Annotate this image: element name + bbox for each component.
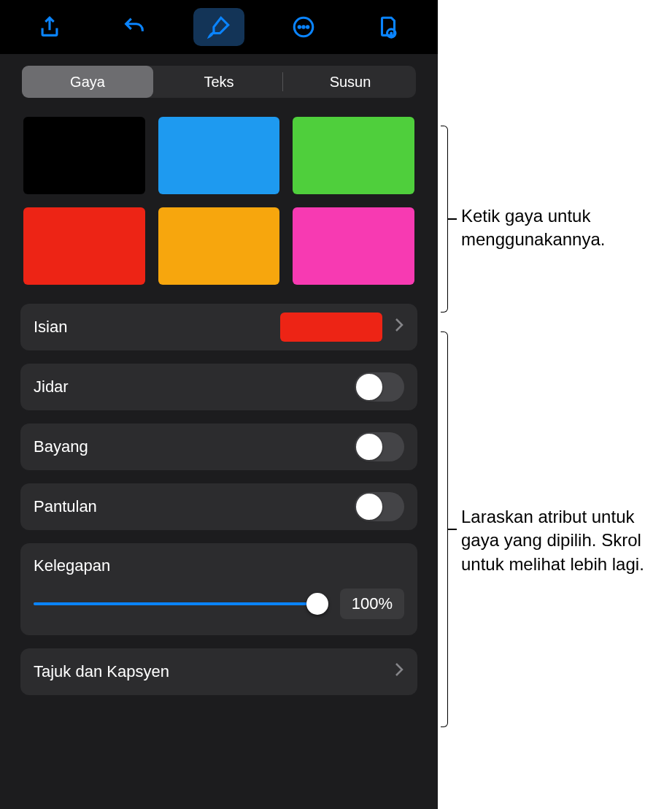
chevron-right-icon bbox=[394, 662, 404, 682]
more-button[interactable] bbox=[278, 8, 329, 46]
callout-attrs: Laraskan atribut untuk gaya yang dipilih… bbox=[461, 505, 662, 576]
reflection-label: Pantulan bbox=[34, 497, 355, 516]
opacity-value[interactable]: 100% bbox=[340, 588, 404, 619]
tab-text[interactable]: Teks bbox=[153, 66, 285, 98]
tab-text-label: Teks bbox=[204, 74, 233, 91]
tab-arrange-label: Susun bbox=[330, 74, 371, 91]
title-caption-label: Tajuk dan Kapsyen bbox=[34, 662, 394, 681]
undo-button[interactable] bbox=[109, 8, 160, 46]
border-row: Jidar bbox=[20, 364, 417, 410]
format-panel: Gaya Teks Susun Isian bbox=[0, 54, 438, 809]
callout-bracket-styles bbox=[441, 126, 448, 313]
toggle-knob bbox=[356, 434, 382, 460]
style-swatch-5[interactable] bbox=[293, 207, 414, 285]
opacity-label: Kelegapan bbox=[34, 556, 404, 575]
style-swatch-2[interactable] bbox=[293, 117, 414, 194]
format-brush-icon bbox=[206, 15, 231, 39]
svg-point-2 bbox=[303, 26, 304, 28]
callout-tick bbox=[448, 218, 457, 220]
toggle-knob bbox=[356, 494, 382, 520]
svg-point-5 bbox=[390, 31, 393, 34]
callout-attrs-text: Laraskan atribut untuk gaya yang dipilih… bbox=[461, 507, 644, 574]
style-swatch-3[interactable] bbox=[23, 207, 145, 285]
format-tabs: Gaya Teks Susun bbox=[22, 66, 416, 98]
style-swatch-4[interactable] bbox=[158, 207, 280, 285]
document-view-icon bbox=[376, 15, 401, 39]
toggle-knob bbox=[356, 374, 382, 400]
opacity-slider[interactable] bbox=[34, 594, 327, 613]
tab-style-label: Gaya bbox=[70, 74, 105, 91]
share-button[interactable] bbox=[24, 8, 75, 46]
document-view-button[interactable] bbox=[363, 8, 414, 46]
share-icon bbox=[37, 15, 62, 39]
fill-color-chip bbox=[280, 313, 382, 342]
border-label: Jidar bbox=[34, 377, 355, 396]
style-grid bbox=[10, 112, 428, 304]
undo-icon bbox=[122, 15, 147, 39]
reflection-row: Pantulan bbox=[20, 483, 417, 530]
border-toggle[interactable] bbox=[355, 372, 404, 402]
shadow-row: Bayang bbox=[20, 423, 417, 470]
callout-styles-text: Ketik gaya untuk menggunakannya. bbox=[461, 206, 605, 249]
shadow-toggle[interactable] bbox=[355, 432, 404, 461]
tab-arrange[interactable]: Susun bbox=[285, 66, 416, 98]
tab-style[interactable]: Gaya bbox=[22, 66, 153, 98]
svg-point-1 bbox=[298, 26, 300, 28]
shadow-label: Bayang bbox=[34, 437, 355, 456]
style-swatch-0[interactable] bbox=[23, 117, 145, 194]
opacity-row: Kelegapan 100% bbox=[20, 543, 417, 635]
svg-point-3 bbox=[307, 26, 309, 28]
callout-bracket-attrs bbox=[441, 331, 448, 727]
chevron-right-icon bbox=[394, 317, 404, 337]
fill-row[interactable]: Isian bbox=[20, 304, 417, 350]
fill-label: Isian bbox=[34, 318, 280, 337]
reflection-toggle[interactable] bbox=[355, 492, 404, 521]
style-swatch-1[interactable] bbox=[158, 117, 280, 194]
top-toolbar bbox=[0, 0, 438, 54]
slider-thumb[interactable] bbox=[306, 593, 328, 615]
callout-tick bbox=[448, 529, 457, 530]
device-panel: Gaya Teks Susun Isian bbox=[0, 0, 438, 809]
format-button[interactable] bbox=[193, 8, 244, 46]
title-caption-row[interactable]: Tajuk dan Kapsyen bbox=[20, 648, 417, 695]
callout-styles: Ketik gaya untuk menggunakannya. bbox=[461, 204, 658, 252]
more-icon bbox=[291, 15, 316, 39]
